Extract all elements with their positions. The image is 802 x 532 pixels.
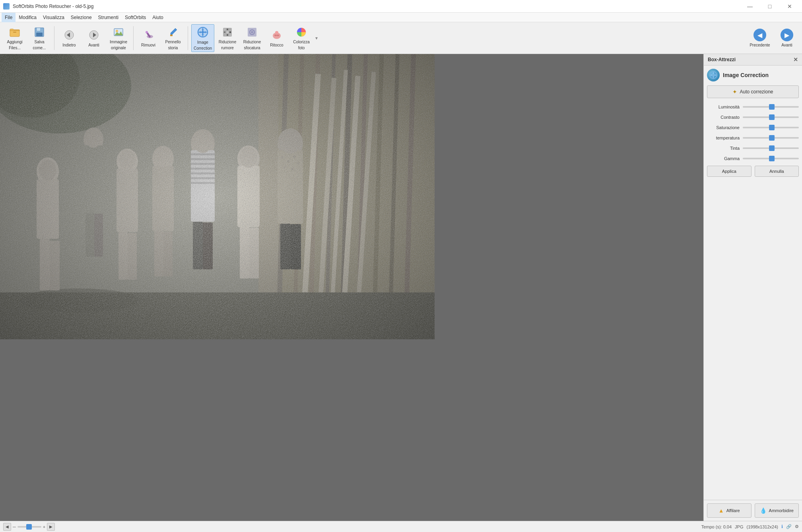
status-right: Tempo (s): 0.04 JPG (1998x1312x24) ℹ 🔗 ⚙	[701, 524, 799, 529]
tinta-row: Tinta	[707, 145, 799, 151]
sidebar-close-button[interactable]: ✕	[793, 56, 798, 63]
tool-rr-label2: rumore	[221, 46, 234, 50]
toolbar-more-arrow[interactable]: ▾	[315, 35, 318, 41]
tool-indietro[interactable]: Indietro	[58, 24, 81, 52]
tool-ritocco[interactable]: Ritocco	[265, 24, 288, 52]
contrasto-row: Contrasto	[707, 114, 799, 120]
status-share-icon[interactable]: 🔗	[786, 524, 792, 529]
saturazione-row: Saturazione	[707, 124, 799, 131]
luminosita-label: Luminosità	[707, 104, 743, 109]
tool-indietro-label: Indietro	[62, 43, 76, 47]
contrasto-slider[interactable]	[743, 116, 799, 118]
gamma-container	[743, 155, 799, 162]
format-label: JPG	[735, 524, 743, 529]
nav-prev-label: Precedente	[750, 43, 770, 47]
tool-salva[interactable]: Salva come...	[28, 24, 51, 52]
menu-item-modifica[interactable]: Modifica	[16, 13, 40, 22]
nav-prev-button[interactable]: ◀ Precedente	[748, 24, 772, 52]
ic-title-row: Image Correction	[707, 69, 799, 81]
svg-point-34	[277, 35, 279, 36]
contrasto-container	[743, 114, 799, 120]
nav-next-button[interactable]: ▶ Avanti	[775, 24, 799, 52]
svg-rect-28	[229, 34, 231, 36]
gamma-label: Gamma	[707, 156, 743, 161]
nav-next-label: Avanti	[781, 43, 792, 47]
noise-icon	[221, 26, 234, 38]
remove-icon	[142, 29, 155, 41]
svg-rect-23	[224, 31, 225, 33]
bottom-buttons: ▲ Affilare 💧 Ammorbidire	[704, 500, 802, 521]
status-prev-button[interactable]: ◀	[3, 523, 11, 531]
temperatura-slider[interactable]	[743, 137, 799, 139]
tool-colorizza[interactable]: Colorizza foto	[290, 24, 313, 52]
close-button[interactable]: ✕	[781, 0, 799, 13]
temperatura-container	[743, 135, 799, 141]
canvas-area[interactable]	[0, 54, 703, 521]
tempo-label: Tempo (s): 0.04	[701, 524, 732, 529]
svg-point-31	[251, 31, 253, 33]
colorize-icon	[295, 26, 308, 38]
tool-riduzione-sfocatura[interactable]: Riduzione sfocatura	[241, 24, 264, 52]
retouch-icon	[270, 29, 283, 41]
svg-rect-25	[229, 31, 231, 33]
nav-buttons: ◀ Precedente ▶ Avanti	[748, 24, 799, 52]
svg-point-33	[274, 35, 277, 36]
correction-icon	[196, 26, 209, 39]
saturazione-label: Saturazione	[707, 125, 743, 130]
status-bar: ◀ ─ + ▶ Tempo (s): 0.04 JPG (1998x1312x2…	[0, 521, 802, 532]
zoom-minus-icon[interactable]: ─	[13, 524, 16, 529]
image-correction-panel: Image Correction ✦ Auto correzione Lumin…	[704, 66, 802, 500]
menu-item-selezione[interactable]: Selezione	[68, 13, 95, 22]
tool-riduzione-rumore[interactable]: Riduzione rumore	[216, 24, 239, 52]
menu-item-strumenti[interactable]: Strumenti	[95, 13, 122, 22]
tool-immagine-originale[interactable]: Immagine originale	[107, 24, 130, 52]
maximize-button[interactable]: □	[761, 0, 779, 13]
status-info-icon: ℹ	[781, 524, 783, 529]
tinta-container	[743, 145, 799, 151]
svg-point-109	[713, 74, 715, 76]
tool-aggiungi-label: Aggiungi	[7, 40, 23, 44]
tool-colorizza-label2: foto	[298, 46, 305, 50]
tool-rs-label: Riduzione	[243, 40, 261, 44]
tool-image-correction[interactable]: Image Correction	[191, 24, 214, 52]
saturazione-slider[interactable]	[743, 127, 799, 128]
applica-button[interactable]: Applica	[707, 166, 752, 177]
sidebar: Box-Attrezzi ✕ Image Correction	[703, 54, 802, 521]
menu-item-visualizza[interactable]: Visualizza	[40, 13, 68, 22]
svg-rect-4	[40, 28, 41, 31]
zoom-plus-icon[interactable]: +	[43, 524, 45, 529]
auto-correzione-button[interactable]: ✦ Auto correzione	[707, 85, 799, 98]
menu-item-aiuto[interactable]: Aiuto	[149, 13, 166, 22]
status-settings-icon[interactable]: ⚙	[795, 524, 799, 529]
tinta-slider[interactable]	[743, 147, 799, 149]
tinta-label: Tinta	[707, 146, 743, 151]
affilare-button[interactable]: ▲ Affilare	[707, 503, 752, 518]
tool-avanti[interactable]: Avanti	[82, 24, 105, 52]
wand-icon: ✦	[732, 89, 737, 95]
luminosita-slider[interactable]	[743, 106, 799, 108]
svg-rect-22	[229, 29, 231, 30]
blur-icon	[246, 26, 258, 38]
svg-rect-27	[227, 34, 228, 36]
tool-immagine-label2: originale	[111, 46, 126, 50]
auto-correzione-label: Auto correzione	[740, 89, 773, 95]
svg-rect-106	[0, 54, 435, 339]
tool-rimuovi[interactable]: Rimuovi	[137, 24, 160, 52]
menu-item-softorbits[interactable]: SoftOrbits	[122, 13, 149, 22]
tool-aggiungi[interactable]: Aggiungi Files...	[3, 24, 26, 52]
minimize-button[interactable]: —	[741, 0, 759, 13]
tool-salva-label: Salva	[34, 40, 44, 44]
tool-pennello[interactable]: Pennello storia	[161, 24, 184, 52]
saturazione-container	[743, 124, 799, 131]
annulla-button[interactable]: Annulla	[755, 166, 799, 177]
ammorbidire-button[interactable]: 💧 Ammorbidire	[755, 503, 799, 518]
menu-item-file[interactable]: File	[2, 13, 16, 22]
tool-rr-label: Riduzione	[219, 40, 236, 44]
brush-icon	[167, 26, 179, 38]
zoom-slider[interactable]	[17, 526, 41, 528]
status-next-button[interactable]: ▶	[47, 523, 55, 531]
gamma-slider[interactable]	[743, 158, 799, 159]
folder-icon	[8, 26, 21, 38]
svg-rect-21	[227, 29, 228, 30]
tool-pennello-label2: storia	[168, 46, 178, 50]
